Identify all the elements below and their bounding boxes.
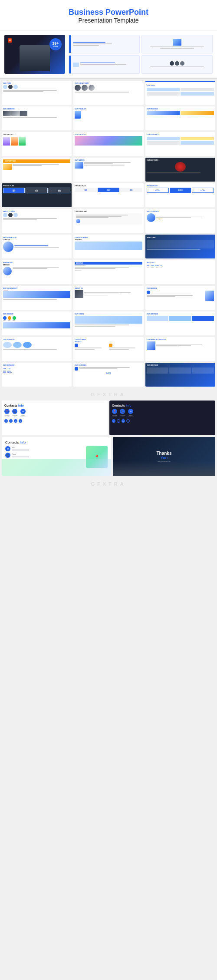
slide-our-members: OUR MEMBERS	[2, 106, 72, 130]
slide-about-us-3: ABOUT US	[73, 286, 143, 310]
slide-pricing-3: PRICING PLAN BASIC $2,500 PRO $5,000 ENT…	[145, 183, 215, 207]
main-subtitle: Presentation Template	[4, 17, 213, 24]
contact-item-phone-dark: 📞 +1 234 567890	[120, 409, 125, 417]
slide-our-works: OUR WORKS	[73, 158, 143, 182]
contact-row-2: Contacts Info ✉ Name 📞 Phone	[2, 437, 215, 476]
slide-our-product-3: Our Product	[2, 132, 72, 156]
slides-row-12: OUR SERVICES 186 Projects 220 Clients 03…	[2, 363, 215, 387]
contact-items-light: 📍 123 StreetCity, State 📞 +1 234 567890 …	[4, 409, 105, 417]
gfxtra-watermark-bottom: GFXTRA	[0, 480, 217, 488]
slide-customer-say: CUSTOMER SAY	[73, 209, 143, 233]
slide-services-5: OUR SERVICES	[145, 363, 215, 387]
slides-row-10: OUR MISSION OUR VISION	[2, 311, 215, 335]
location-icon: 📍	[4, 409, 10, 414]
title-highlight: PowerPoint	[105, 8, 148, 17]
slides-row-2: OUR MEMBERS OUR PRODUCT OUR PRODUCT	[2, 106, 215, 130]
email-icon-dark: ✉	[128, 409, 133, 414]
hero-left-panel: P 39+ SLIDES	[4, 35, 65, 74]
contact-title-light: Contacts Info	[4, 404, 105, 407]
location-icon-dark: 📍	[112, 409, 117, 414]
slide-best-agency: BEST ONLINE AGENCY SINCE 1996	[2, 286, 72, 310]
slide-mission-1: OUR MISSION	[145, 286, 215, 310]
slide-services-4: OUR SERVICES 1230	[73, 363, 143, 387]
slides-row-1: OUR TEAM OUR GREAT TEAM OUR TEAM	[2, 81, 215, 105]
contact-phone: +1 234 567890	[12, 415, 18, 417]
contact-email-section: 📞 Phone	[5, 453, 83, 458]
contact-row-1: Contacts Info 📍 123 StreetCity, State 📞 …	[2, 401, 215, 435]
page-header: Business PowerPoint Presentation Templat…	[0, 0, 217, 30]
slide-happy-clients-2: HAPPY CLIENTS ★★★★★	[145, 209, 215, 233]
form-icon: ✉	[5, 446, 10, 451]
hero-preview-1	[69, 35, 140, 53]
slide-vision: OUR VISION	[73, 311, 143, 335]
contact-email: email@domain.com	[20, 415, 26, 417]
linkedin-icon: li	[19, 419, 22, 423]
contact-title-dark: Contacts Info	[112, 404, 213, 407]
instagram-icon-dark: in	[122, 419, 125, 423]
slide-about-us-2: ABOUT US 200Clients 500Projects 1200Awar…	[145, 260, 215, 284]
instagram-icon: in	[14, 419, 17, 423]
building-silhouette	[113, 461, 215, 476]
slide-pricing-1: PRICING PLAN BASIC $29 PRO $49 ENT $99	[2, 183, 72, 207]
badge-count: 39+	[52, 41, 59, 46]
slide-presentation-1: PRESENTATION TEMPLATE	[2, 235, 72, 258]
contact-item-location: 📍 123 StreetCity, State	[4, 409, 10, 417]
slide-pricing-2: Pricing Plan BASIC $29 PRO $49 ENT $99	[73, 183, 143, 207]
contact-section: Contacts Info 📍 123 StreetCity, State 📞 …	[0, 399, 217, 480]
contact-email-dark: email@domain.com	[128, 415, 134, 417]
slide-services-2: OUR SERVICES	[2, 337, 72, 361]
slide-provided-services: OUR PROVIDED SERVICES	[145, 337, 215, 361]
slides-section: OUR TEAM OUR GREAT TEAM OUR TEAM	[0, 79, 217, 390]
hero-section: P 39+ SLIDES	[0, 30, 217, 79]
badge-label: SLIDES	[53, 46, 58, 47]
slide-presentation-2: PRESENTATION TEMPLATE	[73, 235, 143, 258]
slide-our-great-team: OUR GREAT TEAM	[73, 81, 143, 105]
twitter-icon-dark: t	[117, 419, 120, 423]
slides-row-6: HAPPY CLIENTS CUSTOMER SAY HAPPY CLIENTS	[2, 209, 215, 233]
social-icons-dark: f t in li	[112, 419, 213, 423]
slide-our-product-2: OUR PRODUCT	[145, 106, 215, 130]
hero-preview-4	[141, 55, 213, 74]
linkedin-icon-dark: li	[126, 419, 130, 423]
slide-our-team-2: OUR TEAM	[145, 81, 215, 105]
main-title: Business PowerPoint	[4, 8, 213, 17]
slide-happy-clients-1: HAPPY CLIENTS	[2, 209, 72, 233]
gfxtra-watermark-mid: GFXTRA	[0, 390, 217, 399]
slide-our-product-4: OUR PRODUCT	[73, 132, 143, 156]
slide-our-portfolio-2: OUR PORTFOLIO	[2, 158, 72, 182]
phone-icon-dark: 📞	[120, 409, 125, 414]
hero-preview-grid	[69, 35, 213, 74]
slide-about-us-1: ABOUT US SEO ONLINE AGENCY LOREM IPSUM	[73, 260, 143, 284]
slide-massage: PRESENTING MASSAGE	[2, 260, 72, 284]
email-icon: ✉	[20, 409, 26, 414]
slide-services-3: OUR SERVICES 186 Projects 220 Clients 03…	[2, 363, 72, 387]
thanks-slide: Thanks You www.yourwebsite.com	[113, 437, 215, 476]
phone-icon: 📞	[12, 409, 17, 414]
contact-slide-dark: Contacts Info 📍 123 StreetCity, State 📞 …	[109, 401, 215, 435]
contact-item-email: ✉ email@domain.com	[20, 409, 26, 417]
slides-row-3: Our Product OUR PRODUCT OUR PORTFOLIO	[2, 132, 215, 156]
slide-services-1: OUR SERVICES	[145, 311, 215, 335]
slides-badge: 39+ SLIDES	[49, 38, 62, 50]
contact-phone-dark: +1 234 567890	[120, 415, 125, 417]
you-text: You	[156, 456, 171, 460]
contact-address-dark: 123 StreetCity, State	[112, 415, 117, 417]
slide-mission-2: OUR MISSION	[2, 311, 72, 335]
hero-preview-2	[141, 35, 213, 53]
contact-address: 123 StreetCity, State	[4, 415, 10, 417]
contact-item-location-dark: 📍 123 StreetCity, State	[112, 409, 117, 417]
slide-our-portfolio-1: OUR PORTFOLIO	[145, 132, 215, 156]
slides-row-7: PRESENTATION TEMPLATE PRESENTATION TEMPL…	[2, 235, 215, 258]
powerpoint-icon: P	[8, 38, 12, 43]
slides-row-5: PRICING PLAN BASIC $29 PRO $49 ENT $99 P…	[2, 183, 215, 207]
hero-preview-3	[69, 55, 140, 74]
slide-our-product-1: OUR PRODUCT	[73, 106, 143, 130]
contact-slide-light: Contacts Info 📍 123 StreetCity, State 📞 …	[2, 401, 108, 435]
contact-item-phone: 📞 +1 234 567890	[12, 409, 18, 417]
social-icons-light: f t in li	[4, 419, 105, 423]
email-form-icon: 📞	[5, 453, 10, 458]
contact-map-title: Contacts Info	[5, 440, 108, 444]
slides-row-8: PRESENTING MASSAGE ABOUT US SEO ONLINE A…	[2, 260, 215, 284]
thanks-text: Thanks	[156, 451, 171, 456]
slides-row-9: BEST ONLINE AGENCY SINCE 1996 ABOUT US O…	[2, 286, 215, 310]
